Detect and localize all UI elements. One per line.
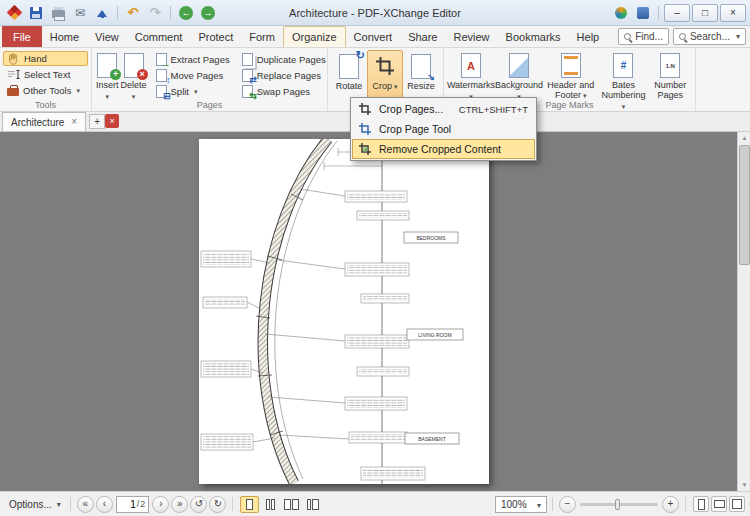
single-page-layout-button[interactable] bbox=[240, 496, 259, 513]
fullscreen-button[interactable] bbox=[729, 496, 745, 512]
zoom-in-button[interactable]: + bbox=[662, 496, 679, 513]
split-button[interactable]: ⊟ Split bbox=[152, 84, 234, 99]
two-page-continuous-layout-button[interactable] bbox=[303, 496, 322, 513]
first-page-button[interactable]: « bbox=[77, 496, 94, 513]
rotate-label: Rotate bbox=[336, 81, 363, 91]
continuous-layout-button[interactable] bbox=[261, 496, 280, 513]
previous-view-history-button[interactable]: ↺ bbox=[190, 496, 207, 513]
rotate-icon: ↻ bbox=[339, 54, 359, 79]
tab-bookmarks[interactable]: Bookmarks bbox=[498, 26, 569, 47]
zoom-slider-thumb[interactable] bbox=[615, 499, 620, 510]
rotate-button[interactable]: ↻ Rotate bbox=[331, 50, 367, 100]
background-button[interactable]: Background bbox=[495, 50, 543, 100]
header-footer-button[interactable]: Header and Footer bbox=[543, 50, 599, 100]
previous-page-button[interactable]: ‹ bbox=[96, 496, 113, 513]
statusbar: Options... « ‹ / 2 › » ↺ ↻ 100% − + bbox=[0, 491, 750, 516]
delete-pages-button[interactable]: × Delete bbox=[120, 50, 148, 100]
insert-pages-button[interactable]: + Insert bbox=[95, 50, 120, 100]
two-page-layout-button[interactable] bbox=[282, 496, 301, 513]
tab-file[interactable]: File bbox=[2, 26, 42, 47]
email-button[interactable]: ✉ bbox=[70, 3, 90, 23]
next-view-history-button[interactable]: ↻ bbox=[209, 496, 226, 513]
document-tab-architecture[interactable]: Architecture × bbox=[2, 112, 86, 131]
replace-pages-button[interactable]: ⇄ Replace Pages bbox=[238, 68, 330, 83]
switch-ui-button[interactable] bbox=[633, 3, 653, 23]
minimize-button[interactable]: – bbox=[664, 4, 690, 22]
star-icon bbox=[615, 7, 627, 19]
close-button[interactable]: × bbox=[720, 4, 746, 22]
redo-button[interactable]: ↷ bbox=[145, 3, 165, 23]
extract-pages-button[interactable]: → Extract Pages bbox=[152, 52, 234, 67]
next-view-button[interactable]: → bbox=[198, 3, 218, 23]
move-pages-button[interactable]: ↕ Move Pages bbox=[152, 68, 234, 83]
replace-pages-label: Replace Pages bbox=[257, 70, 321, 81]
tab-home[interactable]: Home bbox=[42, 26, 87, 47]
print-button[interactable] bbox=[48, 3, 68, 23]
page-number-input[interactable] bbox=[120, 499, 136, 510]
maximize-button[interactable]: □ bbox=[692, 4, 718, 22]
vertical-scrollbar[interactable] bbox=[737, 132, 750, 491]
options-button[interactable]: Options... bbox=[5, 499, 65, 510]
undo-icon: ↶ bbox=[128, 6, 139, 19]
options-label: Options... bbox=[9, 499, 52, 510]
zoom-slider[interactable] bbox=[580, 496, 658, 513]
last-page-button[interactable]: » bbox=[171, 496, 188, 513]
number-pages-icon: 1.N bbox=[660, 53, 680, 78]
zoom-level-combo[interactable]: 100% bbox=[495, 496, 547, 513]
tab-help[interactable]: Help bbox=[569, 26, 608, 47]
background-icon bbox=[509, 53, 529, 78]
tab-form[interactable]: Form bbox=[241, 26, 283, 47]
find-box[interactable]: Find... bbox=[618, 28, 669, 45]
tab-convert[interactable]: Convert bbox=[346, 26, 401, 47]
extract-pages-label: Extract Pages bbox=[171, 54, 230, 65]
fit-page-icon bbox=[698, 499, 705, 510]
menu-item-remove-cropped-content[interactable]: Remove Cropped Content bbox=[352, 139, 535, 159]
previous-view-button[interactable]: ← bbox=[176, 3, 196, 23]
duplicate-pages-icon bbox=[242, 53, 253, 66]
hand-tool-button[interactable]: Hand bbox=[3, 51, 88, 66]
launch-application-button[interactable] bbox=[611, 3, 631, 23]
other-tools-button[interactable]: Other Tools bbox=[3, 83, 88, 98]
duplicate-pages-button[interactable]: Duplicate Pages bbox=[238, 52, 330, 67]
page-number-box[interactable]: / 2 bbox=[116, 496, 150, 513]
crop-button[interactable]: Crop bbox=[367, 50, 403, 100]
tab-comment[interactable]: Comment bbox=[127, 26, 191, 47]
titlebar: ✉ ↶ ↷ ← → Architecture - PDF-XChange Edi… bbox=[0, 0, 750, 26]
document-tab-label: Architecture bbox=[11, 117, 64, 128]
swap-pages-button[interactable]: ⇆ Swap Pages bbox=[238, 84, 330, 99]
number-pages-label: Number Pages bbox=[649, 80, 691, 100]
bates-numbering-icon: # bbox=[613, 53, 633, 78]
scroll-up-icon[interactable] bbox=[738, 132, 750, 144]
scroll-down-icon[interactable] bbox=[738, 479, 750, 491]
ribbon-group-pages: + Insert × Delete → Extract Pages ↕ Move… bbox=[92, 48, 328, 111]
search-box[interactable]: Search... bbox=[673, 28, 746, 45]
menu-item-crop-pages[interactable]: Crop Pages... CTRL+SHIFT+T bbox=[352, 99, 535, 119]
close-tab-icon[interactable]: × bbox=[71, 117, 77, 127]
save-button[interactable] bbox=[26, 3, 46, 23]
tab-share[interactable]: Share bbox=[400, 26, 445, 47]
tab-view[interactable]: View bbox=[87, 26, 127, 47]
zoom-out-button[interactable]: − bbox=[559, 496, 576, 513]
undo-button[interactable]: ↶ bbox=[123, 3, 143, 23]
separator bbox=[117, 6, 118, 20]
menu-item-crop-page-tool[interactable]: Crop Page Tool bbox=[352, 119, 535, 139]
export-button[interactable] bbox=[92, 3, 112, 23]
tab-organize[interactable]: Organize bbox=[283, 26, 346, 47]
bates-numbering-button[interactable]: # Bates Numbering bbox=[599, 50, 649, 100]
split-label: Split bbox=[171, 86, 189, 97]
next-page-button[interactable]: › bbox=[152, 496, 169, 513]
resize-button[interactable]: ↘ Resize bbox=[403, 50, 439, 100]
close-document-pane-button[interactable]: × bbox=[105, 114, 119, 128]
fit-width-button[interactable] bbox=[711, 496, 727, 512]
hand-icon bbox=[7, 52, 20, 65]
select-text-button[interactable]: Select Text bbox=[3, 67, 88, 82]
scrollbar-thumb[interactable] bbox=[739, 145, 750, 265]
app-logo-icon bbox=[4, 3, 24, 23]
tab-protect[interactable]: Protect bbox=[190, 26, 241, 47]
fit-page-button[interactable] bbox=[693, 496, 709, 512]
new-document-tab-button[interactable]: + bbox=[89, 114, 105, 129]
tab-review[interactable]: Review bbox=[445, 26, 497, 47]
number-pages-button[interactable]: 1.N Number Pages bbox=[648, 50, 692, 100]
toolbox-icon bbox=[7, 88, 19, 96]
watermarks-button[interactable]: A Watermarks bbox=[447, 50, 495, 100]
